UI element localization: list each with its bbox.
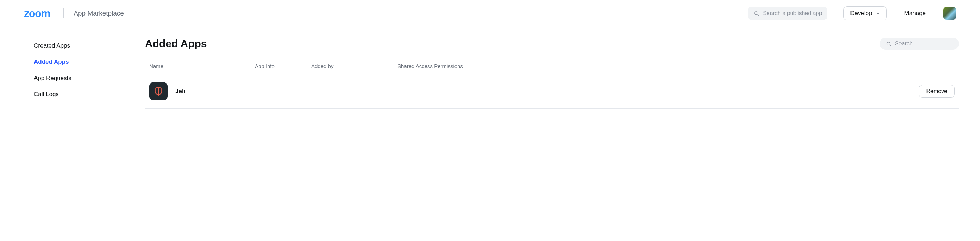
- develop-label: Develop: [850, 10, 872, 17]
- svg-point-2: [887, 42, 890, 45]
- sidebar-item-created-apps[interactable]: Created Apps: [34, 38, 120, 54]
- page-search[interactable]: [880, 38, 959, 49]
- app-name[interactable]: Jeli: [175, 88, 185, 95]
- sidebar: Created Apps Added Apps App Requests Cal…: [0, 27, 120, 239]
- page-title: Added Apps: [145, 38, 207, 49]
- marketplace-title[interactable]: App Marketplace: [73, 10, 124, 17]
- avatar[interactable]: [943, 7, 956, 20]
- svg-line-3: [889, 45, 891, 46]
- table-row: Jeli Remove: [145, 74, 959, 109]
- global-search[interactable]: [748, 7, 827, 20]
- logo-text: zoom: [24, 7, 50, 19]
- sidebar-item-added-apps[interactable]: Added Apps: [34, 54, 120, 70]
- main-content: Added Apps Name App Info Added by Shared…: [120, 27, 980, 239]
- svg-line-1: [757, 14, 759, 16]
- col-header-info: App Info: [255, 63, 311, 69]
- table-header: Name App Info Added by Shared Access Per…: [145, 63, 959, 74]
- app-icon-jeli[interactable]: [149, 82, 167, 101]
- manage-link[interactable]: Manage: [904, 10, 926, 17]
- sidebar-item-app-requests[interactable]: App Requests: [34, 70, 120, 86]
- zoom-logo[interactable]: zoom: [24, 7, 50, 19]
- col-header-name: Name: [149, 63, 255, 69]
- top-header: zoom App Marketplace Develop Manage: [0, 0, 980, 27]
- svg-point-0: [755, 12, 758, 15]
- search-icon: [886, 41, 891, 46]
- remove-button[interactable]: Remove: [919, 85, 955, 97]
- page-search-input[interactable]: [895, 40, 953, 47]
- chevron-down-icon: [876, 11, 880, 16]
- search-icon: [754, 11, 759, 16]
- col-header-added-by: Added by: [311, 63, 398, 69]
- sidebar-item-call-logs[interactable]: Call Logs: [34, 86, 120, 102]
- col-header-permissions: Shared Access Permissions: [398, 63, 912, 69]
- develop-dropdown[interactable]: Develop: [843, 6, 886, 21]
- jeli-logo-icon: [153, 86, 163, 96]
- global-search-input[interactable]: [763, 10, 822, 16]
